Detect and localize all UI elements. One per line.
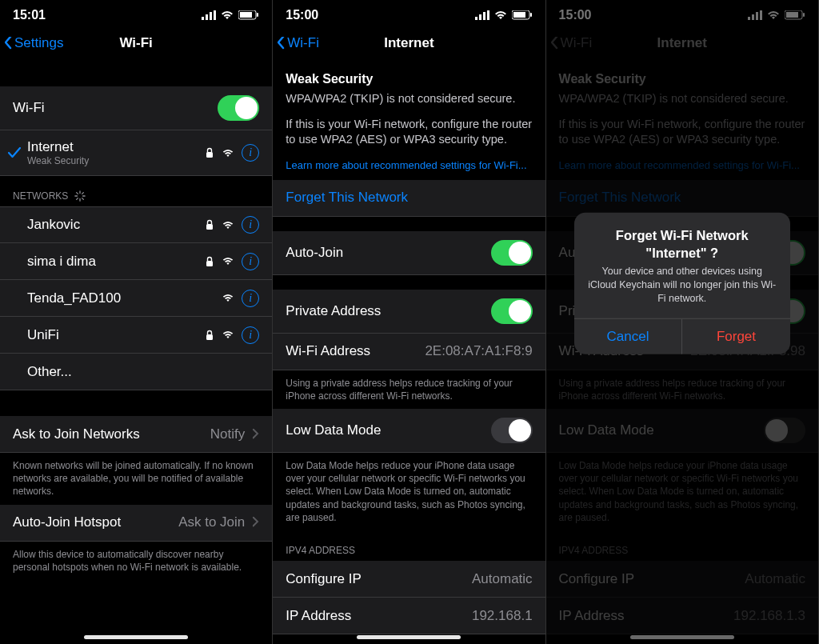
warn-title: Weak Security: [286, 72, 532, 86]
back-button[interactable]: Wi-Fi: [278, 35, 319, 51]
low-data-toggle[interactable]: [491, 418, 533, 443]
low-data-row[interactable]: Low Data Mode: [273, 409, 545, 453]
lock-icon: [205, 256, 214, 267]
signal-icon: [222, 221, 234, 230]
info-button[interactable]: i: [242, 253, 259, 270]
private-address-row[interactable]: Private Address: [273, 290, 545, 334]
wifi-address-value: 2E:08:A7:A1:F8:9: [425, 343, 532, 359]
signal-icon: [222, 257, 234, 266]
learn-more-link[interactable]: Learn more about recommended settings fo…: [286, 159, 526, 171]
signal-icon: [222, 149, 234, 158]
back-label: Settings: [14, 35, 63, 51]
private-address-toggle[interactable]: [491, 298, 533, 324]
hotspot-footer: Allow this device to automatically disco…: [0, 542, 272, 580]
network-row[interactable]: Tenda_FAD100i: [0, 280, 272, 317]
configure-ip-row[interactable]: Configure IP Automatic: [273, 561, 545, 598]
auto-join-toggle[interactable]: [491, 240, 533, 266]
ask-footer: Known networks will be joined automatica…: [0, 453, 272, 505]
connected-sub: Weak Security: [27, 155, 89, 166]
network-name: UniFi: [27, 327, 59, 343]
wifi-toggle-row[interactable]: Wi-Fi: [0, 86, 272, 130]
cellular-icon: [475, 10, 489, 20]
wifi-address-row: Wi-Fi Address 2E:08:A7:A1:F8:9: [273, 334, 545, 370]
wifi-icon: [221, 10, 234, 20]
ask-label: Ask to Join Networks: [13, 426, 140, 442]
low-data-label: Low Data Mode: [286, 422, 381, 438]
home-indicator[interactable]: [84, 635, 188, 639]
forget-network-button[interactable]: Forget This Network: [273, 180, 545, 217]
auto-join-hotspot-row[interactable]: Auto-Join Hotspot Ask to Join: [0, 505, 272, 542]
wifi-icon: [494, 10, 507, 20]
status-bar: 15:00: [273, 0, 545, 26]
private-address-label: Private Address: [286, 303, 381, 319]
home-indicator[interactable]: [357, 635, 461, 639]
private-footer: Using a private address helps reduce tra…: [273, 370, 545, 409]
clock: 15:00: [286, 8, 318, 22]
alert-message: Your device and other devices using iClo…: [587, 265, 777, 306]
nav-bar: Settings Wi-Fi: [0, 26, 272, 61]
svg-line-14: [77, 198, 78, 200]
chevron-right-icon: [253, 517, 259, 528]
network-name: Tenda_FAD100: [27, 290, 121, 306]
forget-alert: Forget Wi-Fi Network"Internet" ? Your de…: [574, 213, 790, 354]
info-button[interactable]: i: [242, 290, 259, 307]
checkmark-icon: [8, 147, 21, 158]
status-bar: 15:01: [0, 0, 272, 26]
spinner-icon: [74, 190, 86, 202]
alert-cancel-button[interactable]: Cancel: [574, 318, 683, 354]
battery-icon: [512, 10, 533, 20]
network-row[interactable]: sima i dimai: [0, 243, 272, 280]
network-name: sima i dima: [27, 254, 96, 270]
ip-address-value: 192.168.1: [472, 608, 533, 624]
signal-icon: [222, 330, 234, 339]
warn-text: WPA/WPA2 (TKIP) is not considered secure…: [286, 91, 532, 107]
chevron-left-icon: [5, 37, 13, 50]
network-row[interactable]: Other...: [0, 354, 272, 390]
low-data-footer: Low Data Mode helps reduce your iPhone d…: [273, 453, 545, 530]
svg-line-13: [82, 198, 84, 200]
configure-ip-label: Configure IP: [286, 571, 362, 587]
battery-icon: [238, 10, 259, 20]
hotspot-label: Auto-Join Hotspot: [13, 514, 121, 530]
nav-bar: Wi-Fi Internet: [273, 26, 545, 61]
network-row[interactable]: Jankovici: [0, 206, 272, 243]
network-detail-screen-alert: 15:00 Wi-Fi Internet Weak Security WPA/W…: [546, 0, 819, 644]
clock: 15:01: [13, 8, 46, 22]
ask-to-join-row[interactable]: Ask to Join Networks Notify: [0, 416, 272, 453]
connected-network-row[interactable]: Internet Weak Security i: [0, 130, 272, 176]
auto-join-label: Auto-Join: [286, 245, 343, 261]
signal-icon: [222, 294, 234, 302]
ip-address-label: IP Address: [286, 608, 351, 624]
info-button[interactable]: i: [242, 144, 259, 162]
info-button[interactable]: i: [242, 326, 259, 344]
warn-text: If this is your Wi-Fi network, configure…: [286, 117, 532, 148]
network-name: Jankovic: [27, 217, 80, 233]
security-warning: Weak Security WPA/WPA2 (TKIP) is not con…: [273, 61, 545, 180]
svg-line-12: [77, 193, 78, 194]
lock-icon: [205, 330, 214, 341]
info-button[interactable]: i: [242, 216, 259, 234]
back-label: Wi-Fi: [287, 35, 319, 51]
chevron-right-icon: [253, 429, 259, 440]
cellular-icon: [202, 10, 216, 20]
lock-icon: [205, 147, 214, 158]
alert-title: Forget Wi-Fi Network"Internet" ?: [587, 227, 777, 262]
wifi-toggle[interactable]: [218, 95, 259, 121]
status-icons: [202, 10, 259, 20]
configure-ip-value: Automatic: [472, 571, 533, 587]
wifi-list-screen: 15:01 Settings Wi-Fi Wi-Fi Internet Weak…: [0, 0, 273, 644]
wifi-label: Wi-Fi: [13, 100, 45, 116]
connected-name: Internet: [27, 139, 89, 155]
alert-forget-button[interactable]: Forget: [682, 318, 790, 354]
svg-line-15: [82, 193, 84, 194]
auto-join-row[interactable]: Auto-Join: [273, 231, 545, 275]
chevron-left-icon: [278, 37, 286, 50]
network-name: Other...: [27, 364, 72, 380]
ipv4-header: IPV4 ADDRESS: [273, 530, 545, 561]
back-button[interactable]: Settings: [5, 35, 63, 51]
networks-header: NETWORKS: [0, 176, 272, 206]
network-detail-screen: 15:00 Wi-Fi Internet Weak Security WPA/W…: [273, 0, 545, 644]
wifi-address-label: Wi-Fi Address: [286, 343, 370, 359]
network-row[interactable]: UniFii: [0, 317, 272, 354]
lock-icon: [205, 219, 214, 230]
